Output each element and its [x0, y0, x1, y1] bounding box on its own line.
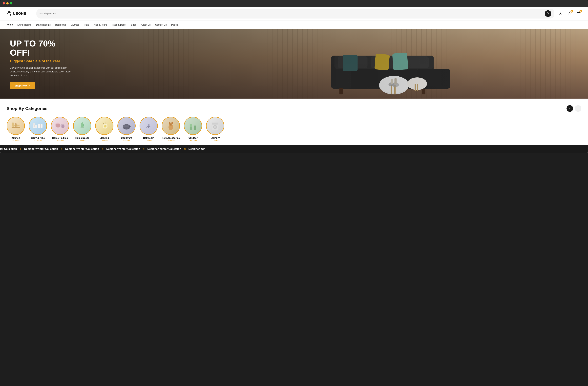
- category-count-bathroom: 7 items: [146, 140, 152, 142]
- marquee-item: ter Collection ✳ Designer Winter Collect…: [0, 148, 205, 150]
- user-icon: [559, 12, 563, 16]
- nav-item-pages[interactable]: Pages: [171, 21, 179, 29]
- search-icon: [547, 12, 549, 15]
- svg-rect-32: [33, 125, 37, 128]
- category-item-cookware[interactable]: Cookware 19 items: [117, 117, 136, 142]
- user-icon-button[interactable]: [558, 11, 564, 17]
- svg-rect-60: [190, 124, 192, 127]
- maximize-button[interactable]: [10, 2, 12, 4]
- category-item-baby-kids[interactable]: Baby & Kids 12 items: [29, 117, 47, 142]
- category-name-lighting: Lighting: [100, 137, 109, 139]
- category-name-kitchen: Kitchen: [11, 137, 20, 139]
- nav-item-mattress[interactable]: Mattress: [70, 21, 79, 29]
- header: UBONE 0: [0, 7, 588, 21]
- category-circle-pet: [162, 117, 180, 135]
- marquee-text-3: Designer Winter Collection: [65, 148, 99, 150]
- svg-line-46: [103, 123, 104, 124]
- shop-now-button[interactable]: Shop Now ↗: [10, 82, 35, 89]
- hero-overlay: [0, 29, 588, 99]
- logo-icon: [7, 11, 12, 16]
- svg-rect-35: [38, 124, 42, 128]
- category-item-outdoor[interactable]: Outdoor 151 items: [184, 117, 202, 142]
- cart-icon-button[interactable]: 0: [575, 11, 581, 17]
- category-name-cookware: Cookware: [121, 137, 132, 139]
- category-count-outdoor: 151 items: [189, 140, 197, 142]
- wishlist-badge: 0: [570, 10, 573, 13]
- marquee-text-4: Designer Winter Collection: [106, 148, 140, 150]
- hero-subtitle: Biggest Sofa Sale of the Year: [10, 59, 76, 63]
- svg-point-47: [104, 125, 106, 127]
- categories-title: Shop By Categories: [7, 106, 47, 111]
- hero-content: UP TO 70% OFF! Biggest Sofa Sale of the …: [0, 29, 86, 99]
- category-name-laundry: Laundry: [210, 137, 220, 139]
- nav-item-patio[interactable]: Patio: [84, 21, 89, 29]
- category-count-pet: 151 items: [167, 140, 175, 142]
- search-input[interactable]: [39, 12, 543, 15]
- svg-rect-34: [34, 125, 35, 127]
- category-item-decor[interactable]: Home Decor 22 items: [73, 117, 91, 142]
- category-circle-outdoor: [184, 117, 202, 135]
- category-count-kitchen: 21 items: [12, 140, 19, 142]
- category-count-decor: 22 items: [78, 140, 86, 142]
- category-count-laundry: 11 items: [211, 140, 219, 142]
- svg-rect-61: [194, 126, 196, 130]
- carousel-next-button[interactable]: ›: [575, 105, 581, 112]
- category-name-bathroom: Bathroom: [143, 137, 154, 139]
- category-name-textiles: Home Textiles: [52, 137, 68, 139]
- nav-item-about-us[interactable]: About Us: [141, 21, 151, 29]
- category-name-decor: Home Decor: [75, 137, 89, 139]
- nav-item-contact-us[interactable]: Contact Us: [155, 21, 167, 29]
- hero-title: UP TO 70% OFF!: [10, 39, 76, 57]
- nav-item-rugs-decor[interactable]: Rugs & Decor: [112, 21, 126, 29]
- marquee-content: ter Collection ✳ Designer Winter Collect…: [0, 148, 205, 150]
- svg-point-57: [171, 122, 173, 124]
- logo[interactable]: UBONE: [7, 11, 33, 16]
- category-circle-baby: [29, 117, 47, 135]
- carousel-controls: ‹ ›: [567, 105, 581, 112]
- category-count-lighting: 15 items: [101, 140, 108, 142]
- nav-item-kids-teens[interactable]: Kids & Teens: [94, 21, 107, 29]
- star-icon-3: ✳: [102, 148, 104, 150]
- category-item-kitchen[interactable]: Kitchen 21 items: [7, 117, 25, 142]
- marquee-bar: ter Collection ✳ Designer Winter Collect…: [0, 145, 588, 153]
- close-button[interactable]: [3, 2, 5, 4]
- category-circle-kitchen: [7, 117, 25, 135]
- categories-section: Shop By Categories ‹ › Kitchen: [0, 99, 588, 145]
- nav-item-bedrooms[interactable]: Bedrooms: [55, 21, 66, 29]
- svg-point-68: [215, 127, 216, 128]
- category-circle-decor: [73, 117, 91, 135]
- category-item-laundry[interactable]: Laundry 11 items: [206, 117, 224, 142]
- svg-rect-65: [212, 123, 218, 125]
- category-count-textiles: 20 items: [56, 140, 64, 142]
- svg-rect-51: [129, 126, 131, 127]
- category-item-pet[interactable]: Pet Accessories 151 items: [162, 117, 180, 142]
- marquee-text-5: Designer Winter Collection: [147, 148, 181, 150]
- cart-badge: 0: [579, 10, 582, 13]
- nav-item-living-rooms[interactable]: Living Rooms: [17, 21, 31, 29]
- nav-item-shop[interactable]: Shop: [131, 21, 136, 29]
- svg-rect-63: [190, 123, 192, 123]
- nav-item-home[interactable]: Home: [7, 21, 13, 29]
- category-item-bathroom[interactable]: Bathroom 7 items: [140, 117, 158, 142]
- category-name-pet: Pet Accessories: [162, 137, 180, 139]
- category-count-cookware: 19 items: [123, 140, 130, 142]
- svg-rect-59: [190, 127, 192, 130]
- star-icon-5: ✳: [184, 148, 186, 150]
- svg-rect-33: [33, 123, 35, 125]
- category-item-textiles[interactable]: Home Textiles 20 items: [51, 117, 69, 142]
- wishlist-icon-button[interactable]: 0: [567, 11, 572, 17]
- category-name-baby: Baby & Kids: [31, 137, 45, 139]
- categories-grid: Kitchen 21 items Baby & Kids 12 items: [7, 117, 581, 142]
- svg-rect-53: [148, 126, 149, 128]
- svg-point-31: [14, 125, 20, 127]
- minimize-button[interactable]: [6, 2, 9, 4]
- category-item-lighting[interactable]: Lighting 15 items: [95, 117, 113, 142]
- svg-point-58: [170, 124, 171, 125]
- svg-line-1: [548, 14, 549, 15]
- nav-item-dining-rooms[interactable]: Dining Rooms: [36, 21, 51, 29]
- star-icon-4: ✳: [143, 148, 145, 150]
- category-circle-textiles: [51, 117, 69, 135]
- carousel-prev-button[interactable]: ‹: [567, 105, 573, 112]
- star-icon-1: ✳: [20, 148, 21, 150]
- search-button[interactable]: [545, 10, 551, 17]
